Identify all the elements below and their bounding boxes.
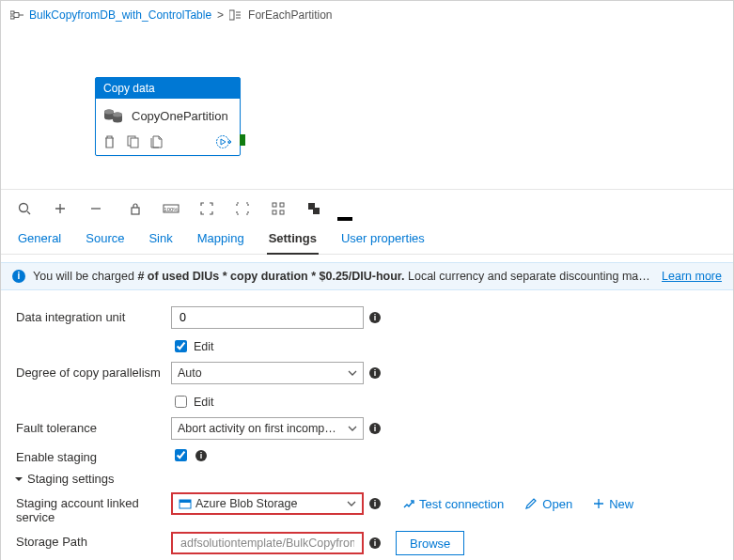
svg-text:100%: 100% <box>164 207 179 212</box>
dop-select[interactable]: Auto <box>171 362 364 384</box>
info-icon[interactable]: i <box>369 312 381 323</box>
auto-arrange-icon[interactable] <box>270 200 287 217</box>
svg-rect-0 <box>10 11 14 14</box>
search-icon[interactable] <box>16 200 33 217</box>
breadcrumb-current: ForEachPartition <box>248 8 332 22</box>
browse-button[interactable]: Browse <box>396 531 464 555</box>
breadcrumb-separator: > <box>217 8 224 22</box>
svg-rect-11 <box>132 208 139 214</box>
lock-icon[interactable] <box>127 200 144 217</box>
learn-more-link[interactable]: Learn more <box>662 270 722 283</box>
diu-label: Data integration unit <box>16 306 171 324</box>
dop-edit-label: Edit <box>194 396 214 409</box>
tab-sink[interactable]: Sink <box>147 227 174 254</box>
zoom-out-icon[interactable] <box>87 200 104 217</box>
layers-icon[interactable] <box>305 200 322 217</box>
design-surface[interactable]: Copy data CopyOnePartition <box>1 25 733 190</box>
foreach-icon <box>229 9 242 21</box>
tab-settings[interactable]: Settings <box>267 227 319 255</box>
info-prefix: You will be charged <box>33 270 134 283</box>
svg-rect-21 <box>180 500 191 503</box>
pricing-info-bar: i You will be charged # of used DIUs * c… <box>1 262 733 290</box>
new-button[interactable]: New <box>593 497 633 511</box>
svg-rect-16 <box>273 210 276 214</box>
enable-staging-checkbox[interactable] <box>175 449 187 461</box>
storage-path-input[interactable] <box>171 532 364 554</box>
copy-data-icon <box>103 108 124 123</box>
activity-name[interactable]: CopyOnePartition <box>132 109 228 123</box>
toolbar-accent <box>337 217 352 221</box>
dop-value: Auto <box>178 366 202 380</box>
staging-settings-label: Staging settings <box>27 472 115 486</box>
fault-tolerance-select[interactable]: Abort activity on first incompatible row <box>171 417 364 440</box>
info-suffix: Local currency and separate discounting … <box>408 270 654 283</box>
diu-input[interactable] <box>171 306 364 329</box>
plus-icon <box>593 498 604 509</box>
settings-form: Data integration unit i Edit Degree of c… <box>1 290 733 560</box>
info-icon: i <box>12 270 25 283</box>
property-tabs: General Source Sink Mapping Settings Use… <box>1 224 733 255</box>
open-button[interactable]: Open <box>524 497 572 511</box>
svg-rect-17 <box>280 210 284 214</box>
test-connection-button[interactable]: Test connection <box>401 497 504 511</box>
enable-staging-label: Enable staging <box>16 446 171 464</box>
activity-header: Copy data <box>96 78 240 99</box>
copy-icon[interactable] <box>150 135 163 148</box>
breadcrumb: BulkCopyfromDB_with_ControlTable > ForEa… <box>1 1 733 25</box>
dop-edit-checkbox[interactable] <box>175 396 187 408</box>
info-icon[interactable]: i <box>369 498 381 509</box>
svg-rect-19 <box>313 208 320 214</box>
svg-point-10 <box>20 204 28 212</box>
caret-down-icon <box>14 474 23 484</box>
diu-edit-checkbox[interactable] <box>175 340 187 352</box>
linked-service-value: Azure Blob Storage <box>195 497 297 510</box>
info-icon[interactable]: i <box>195 450 207 461</box>
svg-rect-8 <box>131 138 138 148</box>
chevron-down-icon <box>348 426 357 431</box>
svg-point-4 <box>104 110 114 115</box>
svg-rect-2 <box>229 10 234 20</box>
storage-path-label: Storage Path <box>16 531 171 549</box>
linked-service-label: Staging account linked service <box>16 492 171 524</box>
edit-icon <box>524 497 538 510</box>
diu-edit-label: Edit <box>194 340 214 353</box>
copy-activity-box[interactable]: Copy data CopyOnePartition <box>95 77 241 156</box>
fault-tolerance-value: Abort activity on first incompatible row <box>178 422 342 435</box>
zoom-100-icon[interactable]: 100% <box>163 200 180 217</box>
delete-icon[interactable] <box>103 135 116 148</box>
info-formula: # of used DIUs * copy duration * $0.25/D… <box>137 270 404 283</box>
canvas-toolbar: 100% <box>1 190 733 224</box>
svg-rect-1 <box>10 16 14 19</box>
dop-label: Degree of copy parallelism <box>16 362 171 380</box>
chevron-down-icon <box>347 501 356 506</box>
tab-source[interactable]: Source <box>84 227 126 254</box>
svg-point-9 <box>217 136 229 148</box>
chevron-down-icon <box>348 370 357 376</box>
staging-settings-header[interactable]: Staging settings <box>14 472 718 486</box>
run-icon[interactable] <box>215 134 232 149</box>
info-icon[interactable]: i <box>369 423 381 434</box>
breadcrumb-parent[interactable]: BulkCopyfromDB_with_ControlTable <box>29 8 211 22</box>
test-connection-icon <box>401 497 414 510</box>
info-icon[interactable]: i <box>369 367 381 379</box>
zoom-in-icon[interactable] <box>52 200 69 217</box>
fit-icon[interactable] <box>198 200 215 217</box>
success-connector[interactable] <box>240 134 245 146</box>
linked-service-select[interactable]: Azure Blob Storage <box>171 492 364 515</box>
svg-rect-15 <box>280 203 284 207</box>
blob-storage-icon <box>179 497 192 510</box>
pipeline-icon <box>10 9 23 21</box>
tab-user-properties[interactable]: User properties <box>339 227 427 254</box>
tab-mapping[interactable]: Mapping <box>195 227 246 254</box>
clone-icon[interactable] <box>127 135 139 148</box>
tab-general[interactable]: General <box>16 227 63 254</box>
fullscreen-icon[interactable] <box>234 200 251 217</box>
fault-tolerance-label: Fault tolerance <box>16 417 171 435</box>
svg-point-6 <box>113 113 122 117</box>
svg-rect-14 <box>273 203 276 207</box>
info-icon[interactable]: i <box>369 537 381 549</box>
